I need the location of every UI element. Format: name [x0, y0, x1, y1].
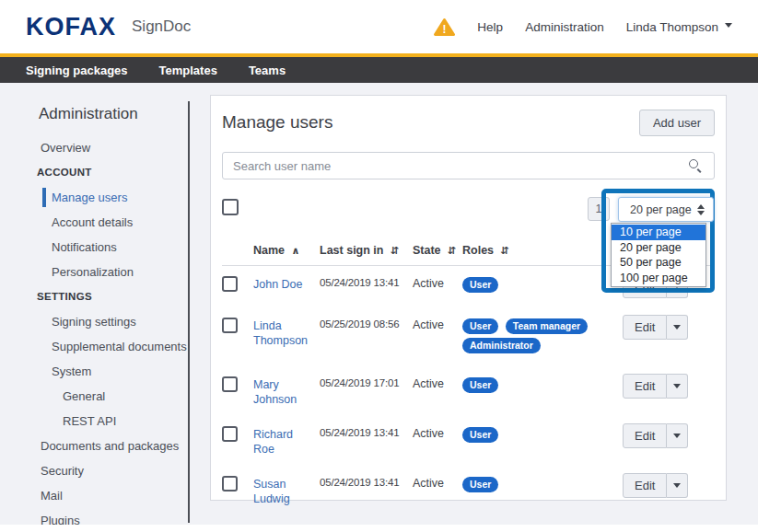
role-badge: User: [462, 318, 498, 334]
role-badge: User: [462, 377, 498, 393]
administration-link[interactable]: Administration: [525, 20, 604, 34]
table-row: Linda Thompson 05/25/2019 08:56 Active U…: [222, 307, 715, 366]
chevron-down-icon: [673, 384, 681, 388]
sidebar-title: Administration: [0, 105, 188, 123]
kofax-logo: KOFAX: [26, 13, 116, 41]
edit-dropdown-button[interactable]: [667, 473, 688, 498]
help-link[interactable]: Help: [477, 20, 503, 34]
dropdown-option-20[interactable]: 20 per page: [612, 240, 706, 256]
state-value: Active: [413, 277, 462, 290]
column-header-roles[interactable]: Roles ⇵: [462, 244, 623, 257]
row-checkbox[interactable]: [222, 476, 238, 492]
nav-signing-packages[interactable]: Signing packages: [26, 64, 128, 77]
edit-dropdown-button[interactable]: [667, 423, 688, 448]
sidebar-section-settings: SETTINGS: [0, 284, 188, 309]
user-name-link[interactable]: Mary Johnson: [253, 377, 320, 407]
user-name-link[interactable]: Richard Roe: [253, 427, 320, 457]
edit-dropdown-button[interactable]: [667, 374, 688, 399]
sidebar-item-general[interactable]: General: [0, 384, 188, 409]
sort-both-icon[interactable]: ⇵: [501, 245, 509, 256]
user-name-link[interactable]: Susan Ludwig: [253, 477, 320, 506]
sidebar-item-rest-api[interactable]: REST API: [0, 409, 188, 434]
manage-users-panel: Manage users Add user 1 20 per page Name…: [210, 95, 727, 501]
sidebar-item-signing-settings[interactable]: Signing settings: [0, 309, 188, 334]
last-sign-in-value: 05/24/2019 17:01: [320, 377, 413, 388]
role-badge: Team manager: [506, 318, 588, 334]
column-header-state[interactable]: State ⇵: [413, 244, 462, 257]
edit-button[interactable]: Edit: [623, 374, 667, 399]
main-nav: Signing packages Templates Teams: [0, 57, 758, 83]
last-sign-in-value: 05/25/2019 08:56: [320, 318, 413, 330]
nav-teams[interactable]: Teams: [249, 64, 286, 77]
table-row: Mary Johnson 05/24/2019 17:01 Active Use…: [222, 366, 715, 416]
sidebar-item-security[interactable]: Security: [0, 458, 188, 483]
state-value: Active: [413, 318, 462, 331]
page-size-value: 20 per page: [630, 203, 692, 216]
edit-button[interactable]: Edit: [623, 423, 667, 448]
last-sign-in-value: 05/24/2019 13:41: [320, 277, 413, 288]
state-value: Active: [413, 427, 462, 440]
svg-text:!: !: [443, 22, 447, 35]
role-badge: Administrator: [462, 338, 541, 353]
select-all-checkbox[interactable]: [222, 199, 239, 215]
sidebar-item-supplemental-documents[interactable]: Supplemental documents: [0, 334, 188, 359]
chevron-down-icon: [673, 483, 681, 488]
sidebar-item-manage-users[interactable]: Manage users: [0, 185, 188, 210]
page-size-dropdown: 10 per page 20 per page 50 per page 100 …: [611, 223, 706, 287]
role-badge: User: [462, 477, 498, 492]
chevron-down-icon: [673, 434, 681, 438]
page-size-select[interactable]: 20 per page: [618, 197, 714, 222]
sidebar-item-documents-and-packages[interactable]: Documents and packages: [0, 434, 188, 458]
row-checkbox[interactable]: [222, 376, 238, 392]
sort-asc-icon[interactable]: ∧: [292, 245, 300, 256]
state-value: Active: [413, 477, 462, 490]
edit-dropdown-button[interactable]: [667, 315, 688, 340]
sort-both-icon[interactable]: ⇵: [448, 245, 456, 256]
dropdown-option-50[interactable]: 50 per page: [612, 255, 706, 271]
warning-icon[interactable]: !: [434, 17, 455, 37]
sidebar-item-overview[interactable]: Overview: [0, 135, 188, 160]
column-header-name[interactable]: Name ∧: [253, 244, 320, 257]
app-header: KOFAX SignDoc ! Help Administration Lind…: [0, 0, 758, 53]
user-menu[interactable]: Linda Thompson: [626, 20, 732, 34]
sort-both-icon[interactable]: ⇵: [391, 245, 399, 256]
edit-button[interactable]: Edit: [623, 315, 667, 340]
state-value: Active: [413, 377, 462, 390]
page-1-button[interactable]: 1: [588, 197, 610, 221]
edit-split-button: Edit: [623, 473, 688, 498]
sidebar-item-system[interactable]: System: [0, 359, 188, 384]
dropdown-option-10[interactable]: 10 per page: [612, 225, 706, 240]
table-row: Susan Ludwig 05/24/2019 13:41 Active Use…: [222, 466, 715, 515]
sidebar-item-account-details[interactable]: Account details: [0, 210, 188, 235]
sidebar: Administration Overview ACCOUNT Manage u…: [0, 83, 188, 532]
add-user-button[interactable]: Add user: [639, 110, 715, 136]
sidebar-item-notifications[interactable]: Notifications: [0, 235, 188, 260]
search-icon[interactable]: [688, 158, 703, 173]
dropdown-option-100[interactable]: 100 per page: [612, 271, 706, 286]
row-checkbox[interactable]: [222, 276, 238, 292]
header-right: ! Help Administration Linda Thompson: [434, 0, 732, 53]
row-checkbox[interactable]: [222, 426, 238, 442]
role-badge: User: [462, 277, 498, 293]
edit-split-button: Edit: [623, 374, 688, 399]
sidebar-item-mail[interactable]: Mail: [0, 483, 188, 508]
select-arrows-icon: [697, 204, 705, 215]
product-name: SignDoc: [132, 17, 191, 36]
page-title: Manage users: [222, 112, 332, 133]
sidebar-section-account: ACCOUNT: [0, 160, 188, 185]
row-checkbox[interactable]: [222, 318, 238, 333]
sidebar-divider: [188, 101, 190, 523]
page-bottom-fade: [0, 525, 758, 532]
last-sign-in-value: 05/24/2019 13:41: [320, 477, 413, 488]
user-name-link[interactable]: Linda Thompson: [253, 318, 320, 348]
edit-split-button: Edit: [623, 423, 688, 448]
user-name: Linda Thompson: [626, 20, 718, 34]
chevron-down-icon: [725, 23, 732, 28]
nav-templates[interactable]: Templates: [159, 64, 217, 77]
column-header-last-sign-in[interactable]: Last sign in ⇵: [320, 244, 413, 257]
sidebar-item-personalization[interactable]: Personalization: [0, 260, 188, 284]
table-row: Richard Roe 05/24/2019 13:41 Active User…: [222, 416, 715, 466]
edit-button[interactable]: Edit: [623, 473, 667, 498]
user-name-link[interactable]: John Doe: [253, 277, 307, 292]
search-input[interactable]: [222, 152, 715, 179]
